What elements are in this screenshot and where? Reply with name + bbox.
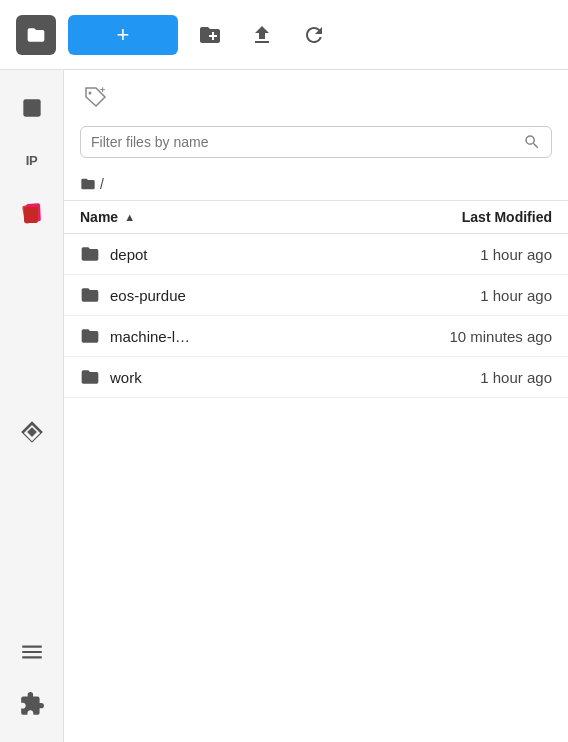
folder-icon	[80, 285, 100, 305]
refresh-icon	[302, 23, 326, 47]
add-folder-button[interactable]	[190, 15, 230, 55]
refresh-button[interactable]	[294, 15, 334, 55]
sidebar-item-stop[interactable]	[10, 86, 54, 130]
sidebar-item-ip[interactable]: IP	[10, 138, 54, 182]
sidebar-item-layers[interactable]	[10, 190, 54, 234]
git-icon	[19, 419, 45, 445]
search-bar	[64, 122, 568, 170]
upload-icon	[250, 23, 274, 47]
tag-plus-button[interactable]: +	[80, 82, 112, 114]
toolbar: +	[0, 0, 568, 70]
tag-plus-icon: +	[82, 84, 110, 112]
table-row[interactable]: work 1 hour ago	[64, 357, 568, 398]
tag-area: +	[64, 70, 568, 122]
file-table: Name ▲ Last Modified depot 1 hour ago	[64, 200, 568, 742]
file-name: eos-purdue	[80, 285, 372, 305]
table-header: Name ▲ Last Modified	[64, 201, 568, 234]
file-modified: 1 hour ago	[372, 287, 552, 304]
search-icon	[523, 133, 541, 151]
layers-icon	[19, 199, 45, 225]
file-modified: 10 minutes ago	[372, 328, 552, 345]
file-modified: 1 hour ago	[372, 246, 552, 263]
sidebar-item-list[interactable]	[10, 630, 54, 674]
add-folder-icon	[198, 23, 222, 47]
column-modified-header: Last Modified	[372, 209, 552, 225]
file-name: machine-l…	[80, 326, 372, 346]
folder-icon	[80, 367, 100, 387]
sidebar: IP	[0, 70, 64, 742]
breadcrumb: /	[64, 170, 568, 200]
search-wrapper	[80, 126, 552, 158]
folder-icon	[80, 244, 100, 264]
svg-rect-3	[24, 207, 38, 223]
upload-button[interactable]	[242, 15, 282, 55]
folder-button[interactable]	[16, 15, 56, 55]
new-button[interactable]: +	[68, 15, 178, 55]
list-icon	[19, 639, 45, 665]
column-name-header[interactable]: Name ▲	[80, 209, 372, 225]
file-name: depot	[80, 244, 372, 264]
puzzle-icon	[19, 691, 45, 717]
folder-icon	[26, 25, 46, 45]
stop-icon	[19, 95, 45, 121]
svg-point-5	[89, 92, 92, 95]
main-area: IP	[0, 70, 568, 742]
table-row[interactable]: machine-l… 10 minutes ago	[64, 316, 568, 357]
search-input[interactable]	[91, 134, 515, 150]
svg-rect-0	[23, 99, 40, 116]
file-browser: + /	[64, 70, 568, 742]
file-name: work	[80, 367, 372, 387]
svg-text:+: +	[100, 85, 105, 95]
table-row[interactable]: depot 1 hour ago	[64, 234, 568, 275]
sidebar-item-git[interactable]	[10, 410, 54, 454]
folder-small-icon	[80, 176, 96, 192]
table-row[interactable]: eos-purdue 1 hour ago	[64, 275, 568, 316]
file-modified: 1 hour ago	[372, 369, 552, 386]
sort-arrow: ▲	[124, 211, 135, 223]
sidebar-item-puzzle[interactable]	[10, 682, 54, 726]
folder-icon	[80, 326, 100, 346]
